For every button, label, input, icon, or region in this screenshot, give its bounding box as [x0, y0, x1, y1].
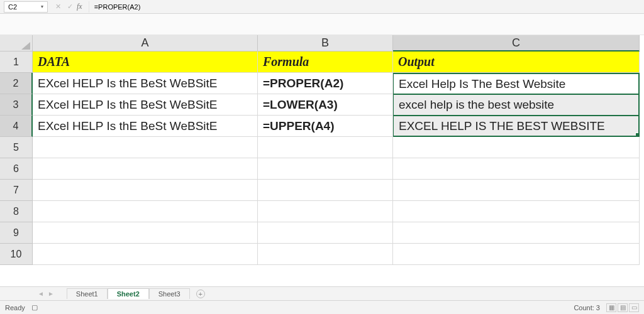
- confirm-icon: ✓: [67, 3, 73, 11]
- cell-A4[interactable]: EXcel HELP Is thE BeSt WeBSitE: [33, 116, 258, 137]
- macro-record-icon[interactable]: ▢: [31, 303, 38, 311]
- cancel-icon: ✕: [55, 3, 61, 11]
- cell-B9[interactable]: [258, 222, 393, 244]
- name-box[interactable]: C2 ▾: [4, 1, 48, 13]
- cell-B6[interactable]: [258, 158, 393, 180]
- row-header-7[interactable]: 7: [0, 180, 33, 201]
- row-header-8[interactable]: 8: [0, 201, 33, 222]
- col-header-C[interactable]: C: [393, 35, 640, 51]
- cell-C2[interactable]: Excel Help Is The Best Website: [393, 73, 640, 94]
- cell-C7[interactable]: [393, 180, 640, 201]
- row-header-2[interactable]: 2: [0, 73, 33, 94]
- select-all-corner[interactable]: [0, 35, 33, 51]
- cell-B3[interactable]: =LOWER(A3): [258, 94, 393, 116]
- nav-next-icon[interactable]: ►: [48, 290, 54, 297]
- sheet-nav[interactable]: ◄ ►: [38, 290, 54, 297]
- cell-C5[interactable]: [393, 137, 640, 158]
- status-bar: Ready ▢ Count: 3 ▦ ▤ ▭: [0, 300, 644, 314]
- cell-A3[interactable]: EXcel HELP Is thE BeSt WeBSitE: [33, 94, 258, 116]
- col-header-A[interactable]: A: [33, 35, 258, 51]
- sheet-tab-1[interactable]: Sheet1: [67, 288, 108, 299]
- cell-A5[interactable]: [33, 137, 258, 158]
- view-normal-icon[interactable]: ▦: [606, 303, 616, 312]
- cell-B2[interactable]: =PROPER(A2): [258, 73, 393, 94]
- row-header-4[interactable]: 4: [0, 116, 33, 137]
- sheet-tab-2[interactable]: Sheet2: [108, 288, 149, 299]
- cell-A6[interactable]: [33, 158, 258, 180]
- cell-B4[interactable]: =UPPER(A4): [258, 116, 393, 137]
- cell-A7[interactable]: [33, 180, 258, 201]
- cell-B5[interactable]: [258, 137, 393, 158]
- row-header-1[interactable]: 1: [0, 51, 33, 73]
- cell-C9[interactable]: [393, 222, 640, 244]
- nav-prev-icon[interactable]: ◄: [38, 290, 44, 297]
- cell-C3[interactable]: excel help is the best website: [393, 94, 640, 116]
- cell-A10[interactable]: [33, 244, 258, 265]
- spreadsheet-grid[interactable]: A B C 1 DATA Formula Output 2 EXcel HELP…: [0, 35, 644, 286]
- name-box-value: C2: [8, 3, 17, 11]
- cell-C8[interactable]: [393, 201, 640, 222]
- row-header-6[interactable]: 6: [0, 158, 33, 180]
- add-sheet-button[interactable]: +: [196, 290, 205, 298]
- sheet-tab-3[interactable]: Sheet3: [149, 288, 190, 299]
- formula-bar: C2 ▾ ✕ ✓ fx =PROPER(A2): [0, 0, 644, 14]
- cell-A8[interactable]: [33, 201, 258, 222]
- fx-icon[interactable]: fx: [77, 2, 82, 11]
- row-header-10[interactable]: 10: [0, 244, 33, 265]
- cell-B7[interactable]: [258, 180, 393, 201]
- ribbon-area: [0, 14, 644, 35]
- cell-A9[interactable]: [33, 222, 258, 244]
- name-box-dropdown-icon[interactable]: ▾: [41, 4, 43, 9]
- status-ready: Ready: [5, 304, 25, 311]
- view-layout-icon[interactable]: ▤: [618, 303, 628, 312]
- cell-B10[interactable]: [258, 244, 393, 265]
- cell-C6[interactable]: [393, 158, 640, 180]
- formula-input[interactable]: =PROPER(A2): [89, 1, 644, 13]
- sheet-tab-bar: ◄ ► Sheet1 Sheet2 Sheet3 +: [0, 286, 644, 300]
- col-header-B[interactable]: B: [258, 35, 393, 51]
- view-buttons: ▦ ▤ ▭: [606, 303, 639, 312]
- row-header-5[interactable]: 5: [0, 137, 33, 158]
- status-count: Count: 3: [574, 304, 600, 311]
- formula-text: =PROPER(A2): [94, 3, 141, 11]
- row-header-9[interactable]: 9: [0, 222, 33, 244]
- cell-C4[interactable]: EXCEL HELP IS THE BEST WEBSITE: [393, 116, 640, 137]
- formula-bar-buttons: ✕ ✓: [55, 3, 73, 11]
- cell-B1[interactable]: Formula: [258, 51, 393, 73]
- view-break-icon[interactable]: ▭: [629, 303, 639, 312]
- cell-A2[interactable]: EXcel HELP Is thE BeSt WeBSitE: [33, 73, 258, 94]
- cell-A1[interactable]: DATA: [33, 51, 258, 73]
- row-header-3[interactable]: 3: [0, 94, 33, 116]
- cell-C1[interactable]: Output: [393, 51, 640, 73]
- cell-C10[interactable]: [393, 244, 640, 265]
- cell-B8[interactable]: [258, 201, 393, 222]
